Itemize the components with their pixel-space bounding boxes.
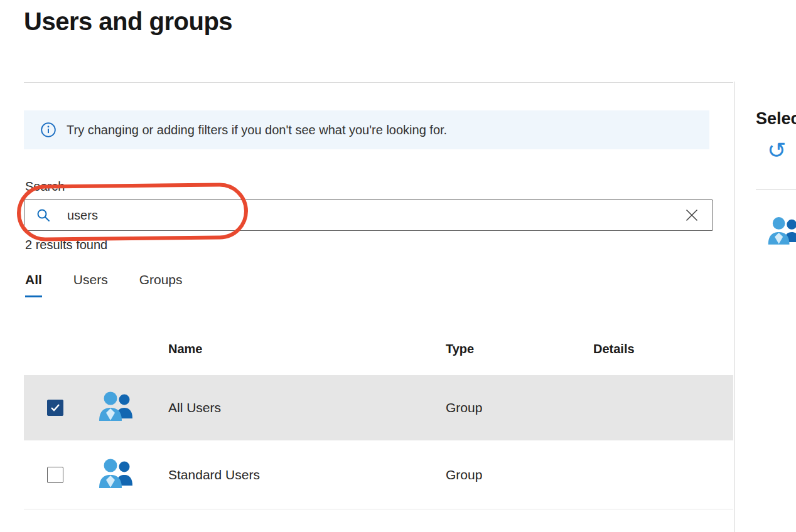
checkmark-icon bbox=[50, 403, 60, 412]
group-icon bbox=[97, 458, 137, 492]
side-panel-divider bbox=[756, 189, 796, 190]
row-name: All Users bbox=[168, 400, 221, 415]
top-divider bbox=[24, 82, 733, 83]
row-name: Standard Users bbox=[168, 467, 260, 482]
page-title: Users and groups bbox=[24, 8, 232, 36]
filter-tabs: All Users Groups bbox=[25, 270, 183, 297]
column-header-type: Type bbox=[446, 342, 474, 356]
tab-groups[interactable]: Groups bbox=[139, 270, 183, 297]
column-header-details: Details bbox=[593, 342, 635, 356]
search-icon bbox=[36, 208, 51, 223]
banner-text: Try changing or adding filters if you do… bbox=[67, 123, 447, 137]
row-checkbox-checked[interactable] bbox=[47, 400, 63, 416]
search-box[interactable] bbox=[24, 200, 713, 231]
row-checkbox-unchecked[interactable] bbox=[47, 467, 63, 483]
group-icon bbox=[766, 216, 796, 248]
tab-users[interactable]: Users bbox=[73, 270, 108, 297]
side-panel-title: Selec bbox=[756, 109, 796, 129]
undo-icon[interactable]: ↺ bbox=[767, 139, 786, 162]
row-type: Group bbox=[446, 467, 482, 482]
clear-search-button[interactable] bbox=[682, 206, 701, 225]
tab-all[interactable]: All bbox=[25, 270, 42, 297]
vertical-divider bbox=[734, 82, 735, 532]
table-row[interactable]: Standard Users Group bbox=[24, 440, 733, 509]
results-count: 2 results found bbox=[25, 238, 107, 252]
group-icon bbox=[97, 391, 137, 425]
close-icon bbox=[684, 207, 700, 223]
info-icon bbox=[40, 122, 56, 138]
table-row[interactable]: All Users Group bbox=[24, 375, 733, 440]
column-header-name: Name bbox=[168, 342, 202, 356]
search-label: Search bbox=[25, 179, 65, 194]
info-banner: Try changing or adding filters if you do… bbox=[24, 110, 709, 149]
search-input[interactable] bbox=[67, 208, 682, 223]
row-type: Group bbox=[446, 400, 482, 415]
